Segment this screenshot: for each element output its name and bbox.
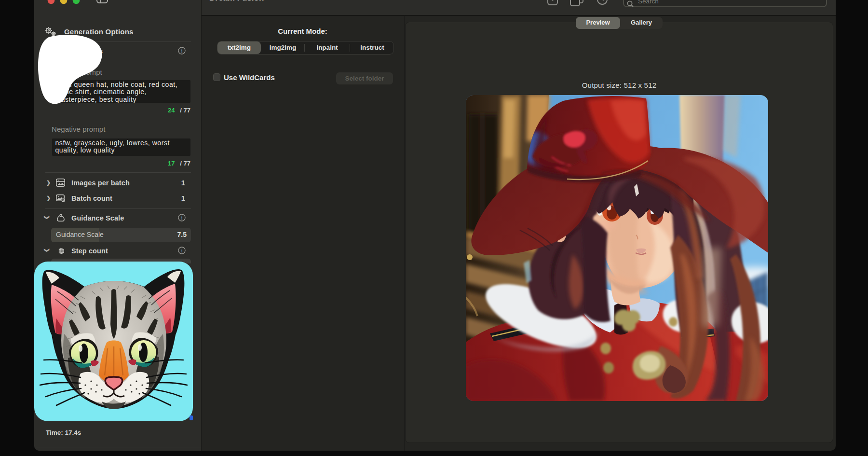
svg-text:i: i — [181, 248, 182, 253]
svg-text:i: i — [181, 48, 182, 54]
svg-text:i: i — [181, 215, 182, 221]
